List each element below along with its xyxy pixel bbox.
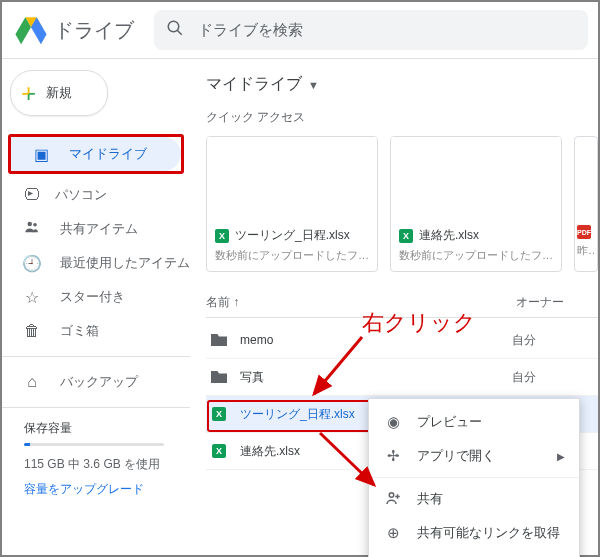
file-name: memo: [240, 333, 512, 347]
chevron-down-icon: ▼: [308, 79, 319, 91]
file-owner: 自分: [512, 369, 536, 386]
sheets-icon: X: [215, 229, 229, 243]
sort-arrow-icon[interactable]: ↑: [233, 295, 239, 309]
card-thumb: [575, 137, 597, 219]
breadcrumb-label: マイドライブ: [206, 74, 302, 95]
breadcrumb[interactable]: マイドライブ ▼: [206, 74, 598, 95]
clock-icon: 🕘: [22, 254, 42, 273]
ctx-get-link[interactable]: ⊕ 共有可能なリンクを取得: [369, 516, 579, 550]
file-row[interactable]: 写真 自分: [206, 359, 598, 396]
svg-point-6: [28, 222, 33, 227]
context-menu: ◉ プレビュー ✢ アプリで開く ▶ 共有 ⊕ 共有可能なリンクを取得 ▭ 指定…: [368, 398, 580, 557]
folder-icon: [210, 334, 228, 346]
sidebar-item-label: バックアップ: [60, 373, 138, 391]
brand-title: ドライブ: [54, 17, 134, 44]
quick-access-card[interactable]: Xツーリング_日程.xlsx 数秒前にアップロードしたファイ…: [206, 136, 378, 272]
storage-bar: [24, 443, 164, 446]
sidebar-item-trash[interactable]: 🗑 ゴミ箱: [2, 314, 190, 348]
sidebar-item-backup[interactable]: ⌂ バックアップ: [2, 365, 190, 399]
star-icon: ☆: [22, 288, 42, 307]
sidebar-item-label: マイドライブ: [69, 145, 147, 163]
ctx-open-with[interactable]: ✢ アプリで開く ▶: [369, 439, 579, 473]
file-row[interactable]: memo 自分: [206, 322, 598, 359]
search-icon: [166, 19, 184, 42]
ctx-label: プレビュー: [417, 413, 482, 431]
people-icon: [22, 218, 42, 240]
link-icon: ⊕: [383, 524, 403, 542]
svg-line-5: [177, 30, 182, 35]
quick-access-card[interactable]: X連絡先.xlsx 数秒前にアップロードしたファイ…: [390, 136, 562, 272]
eye-icon: ◉: [383, 413, 403, 431]
sidebar-item-label: 共有アイテム: [60, 220, 138, 238]
ctx-label: 共有可能なリンクを取得: [417, 524, 560, 542]
column-name[interactable]: 名前: [206, 295, 230, 309]
highlight-box-mydrive: ▣ マイドライブ: [8, 134, 184, 174]
svg-point-7: [33, 223, 37, 227]
card-subtext: 数秒前にアップロードしたファイ…: [399, 248, 553, 263]
ctx-share[interactable]: 共有: [369, 482, 579, 516]
file-owner: 自分: [512, 332, 536, 349]
sheets-icon: X: [210, 444, 228, 458]
sidebar-item-recent[interactable]: 🕘 最近使用したアイテム: [2, 246, 190, 280]
pdf-icon: PDF: [577, 225, 591, 239]
search-box[interactable]: ドライブを検索: [154, 10, 588, 50]
sidebar-item-label: スター付き: [60, 288, 125, 306]
sidebar-item-shared[interactable]: 共有アイテム: [2, 212, 190, 246]
trash-icon: 🗑: [22, 322, 42, 340]
sidebar-item-starred[interactable]: ☆ スター付き: [2, 280, 190, 314]
sidebar-item-mydrive[interactable]: ▣ マイドライブ: [11, 137, 181, 171]
storage-usage: 115 GB 中 3.6 GB を使用: [24, 456, 190, 473]
new-button-label: 新規: [46, 84, 72, 102]
mydrive-icon: ▣: [31, 145, 51, 164]
svg-point-8: [389, 492, 394, 497]
file-name: 写真: [240, 369, 512, 386]
ctx-label: アプリで開く: [417, 447, 495, 465]
ctx-label: 共有: [417, 490, 443, 508]
backup-icon: ⌂: [22, 373, 42, 391]
card-filename: ツーリング_日程.xlsx: [235, 227, 350, 244]
card-subtext: 昨…: [577, 243, 595, 258]
open-with-icon: ✢: [383, 447, 403, 465]
card-thumb: [391, 137, 561, 219]
search-placeholder: ドライブを検索: [198, 21, 303, 40]
folder-icon: [210, 371, 228, 383]
svg-point-4: [168, 21, 179, 32]
upgrade-link[interactable]: 容量をアップグレード: [24, 481, 190, 498]
highlight-box-selected-file: [207, 400, 381, 432]
card-thumb: [207, 137, 377, 219]
column-owner[interactable]: オーナー: [516, 294, 564, 311]
card-subtext: 数秒前にアップロードしたファイ…: [215, 248, 369, 263]
person-add-icon: [383, 489, 403, 510]
sidebar-item-label: ゴミ箱: [60, 322, 99, 340]
quick-access-label: クイック アクセス: [206, 109, 598, 126]
sidebar-item-computers[interactable]: 🖵▸ パソコン: [2, 178, 190, 212]
card-filename: 連絡先.xlsx: [419, 227, 479, 244]
quick-access-card[interactable]: PDF 昨…: [574, 136, 598, 272]
ctx-move-to[interactable]: ▭ 指定の場所へ移動: [369, 550, 579, 557]
chevron-right-icon: ▶: [557, 451, 565, 462]
drive-logo-icon: [14, 13, 48, 47]
ctx-preview[interactable]: ◉ プレビュー: [369, 405, 579, 439]
sidebar-item-label: 最近使用したアイテム: [60, 254, 190, 272]
sidebar-item-label: パソコン: [55, 186, 107, 204]
sheets-icon: X: [399, 229, 413, 243]
plus-icon: +: [21, 78, 36, 109]
storage-label: 保存容量: [24, 420, 190, 437]
new-button[interactable]: + 新規: [10, 70, 108, 116]
